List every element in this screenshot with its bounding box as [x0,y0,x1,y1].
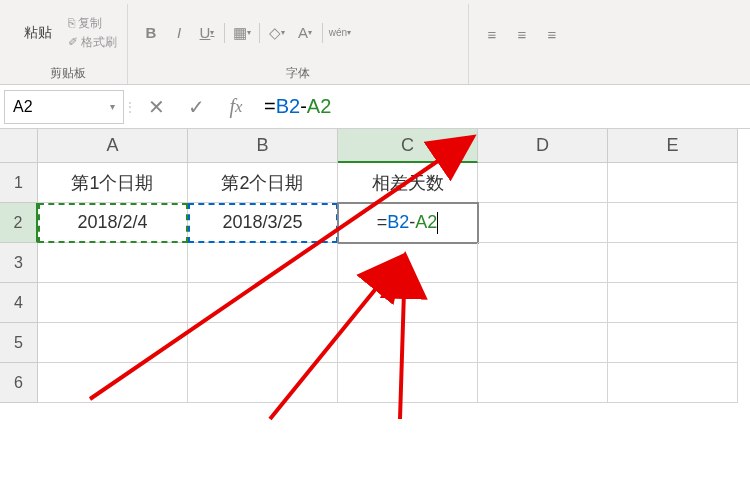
format-painter-label: 格式刷 [81,34,117,51]
cell-a5[interactable] [38,323,188,363]
select-all-corner[interactable] [0,129,38,163]
cell-e2[interactable] [608,203,738,243]
row-1: 1 第1个日期 第2个日期 相差天数 [0,163,750,203]
column-header-b[interactable]: B [188,129,338,163]
cell-e1[interactable] [608,163,738,203]
row-header-4[interactable]: 4 [0,283,38,323]
row-2: 2 2018/2/4 2018/3/25 =B2-A2 [0,203,750,243]
row-3: 3 [0,243,750,283]
separator [224,23,225,43]
format-painter-button[interactable]: ✐ 格式刷 [68,34,117,51]
fx-button[interactable]: fx [216,95,256,118]
bold-button[interactable]: B [138,20,164,46]
column-headers: A B C D E [0,129,750,163]
chevron-down-icon[interactable]: ▾ [110,101,115,112]
cell-c3[interactable] [338,243,478,283]
cell-a1[interactable]: 第1个日期 [38,163,188,203]
cell-a2[interactable]: 2018/2/4 [38,203,188,243]
underline-button[interactable]: U▾ [194,20,220,46]
clipboard-group: 粘贴 ⎘ 复制 ✐ 格式刷 剪贴板 [8,4,128,84]
row-5: 5 [0,323,750,363]
spreadsheet-grid: A B C D E 1 第1个日期 第2个日期 相差天数 2 2018/2/4 … [0,129,750,403]
font-group-label: 字体 [286,65,310,84]
accept-formula-button[interactable]: ✓ [176,95,216,119]
align-top-button[interactable]: ≡ [479,21,505,47]
copy-icon: ⎘ [68,16,75,30]
cell-b3[interactable] [188,243,338,283]
cell-c6[interactable] [338,363,478,403]
alignment-group: ≡ ≡ ≡ [469,4,575,84]
row-header-1[interactable]: 1 [0,163,38,203]
separator [259,23,260,43]
row-header-2[interactable]: 2 [0,203,38,243]
row-6: 6 [0,363,750,403]
cell-b2[interactable]: 2018/3/25 [188,203,338,243]
cell-e4[interactable] [608,283,738,323]
cell-e5[interactable] [608,323,738,363]
align-bottom-button[interactable]: ≡ [539,21,565,47]
alignment-group-label [520,68,523,84]
cell-d3[interactable] [478,243,608,283]
cell-c1[interactable]: 相差天数 [338,163,478,203]
paste-button[interactable]: 粘贴 [18,22,58,44]
cell-d4[interactable] [478,283,608,323]
brush-icon: ✐ [68,35,78,49]
paste-label: 粘贴 [24,24,52,42]
font-color-button[interactable]: A▾ [292,20,318,46]
column-header-d[interactable]: D [478,129,608,163]
cell-d6[interactable] [478,363,608,403]
copy-label: 复制 [78,15,102,32]
cell-c2[interactable]: =B2-A2 [338,203,478,243]
border-button[interactable]: ▦▾ [229,20,255,46]
cell-b5[interactable] [188,323,338,363]
name-box[interactable]: A2 ▾ [4,90,124,124]
cell-d1[interactable] [478,163,608,203]
separator [322,23,323,43]
cell-e6[interactable] [608,363,738,403]
clipboard-group-label: 剪贴板 [50,65,86,84]
cell-d5[interactable] [478,323,608,363]
cell-e3[interactable] [608,243,738,283]
cell-b1[interactable]: 第2个日期 [188,163,338,203]
cancel-formula-button[interactable]: ✕ [136,95,176,119]
cell-a4[interactable] [38,283,188,323]
cell-b4[interactable] [188,283,338,323]
row-header-5[interactable]: 5 [0,323,38,363]
row-header-3[interactable]: 3 [0,243,38,283]
cell-a3[interactable] [38,243,188,283]
copy-button[interactable]: ⎘ 复制 [68,15,117,32]
cell-a6[interactable] [38,363,188,403]
ribbon: 粘贴 ⎘ 复制 ✐ 格式刷 剪贴板 B I U▾ ▦▾ ◇▾ A [0,0,750,85]
align-middle-button[interactable]: ≡ [509,21,535,47]
column-header-e[interactable]: E [608,129,738,163]
italic-button[interactable]: I [166,20,192,46]
cell-b6[interactable] [188,363,338,403]
formula-input[interactable]: =B2-A2 [256,90,750,124]
cell-c4[interactable] [338,283,478,323]
row-header-6[interactable]: 6 [0,363,38,403]
column-header-c[interactable]: C [338,129,478,163]
fill-color-button[interactable]: ◇▾ [264,20,290,46]
cell-c5[interactable] [338,323,478,363]
separator: ⋮ [124,99,136,115]
column-header-a[interactable]: A [38,129,188,163]
font-group: B I U▾ ▦▾ ◇▾ A▾ wén▾ 字体 [128,4,469,84]
phonetic-button[interactable]: wén▾ [327,20,353,46]
formula-bar: A2 ▾ ⋮ ✕ ✓ fx =B2-A2 [0,85,750,129]
row-4: 4 [0,283,750,323]
cell-d2[interactable] [478,203,608,243]
name-box-value: A2 [13,98,33,116]
